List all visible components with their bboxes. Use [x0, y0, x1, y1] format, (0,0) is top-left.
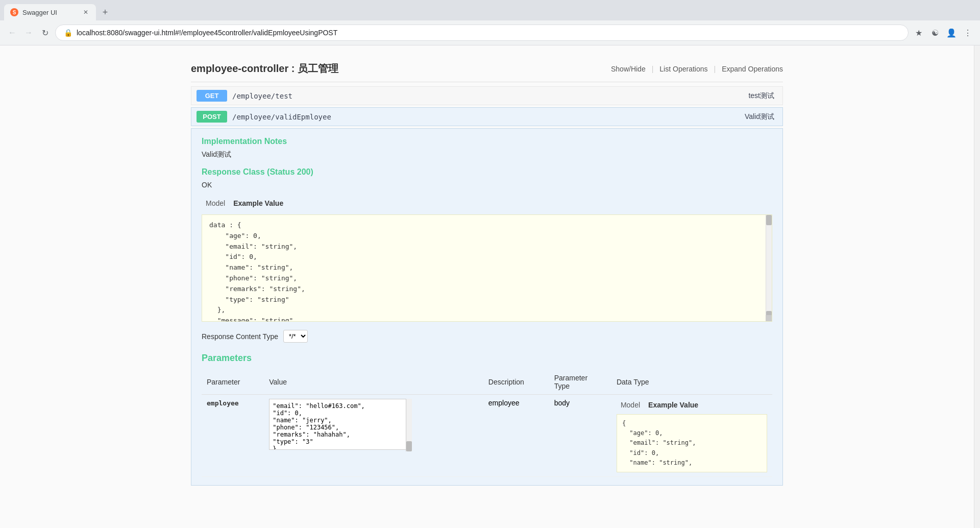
- col-data-type: Data Type: [611, 370, 772, 395]
- tab-bar: S Swagger UI ✕ +: [0, 0, 980, 20]
- bookmark-icon[interactable]: ★: [913, 27, 925, 39]
- url-bar[interactable]: 🔒 localhost:8080/swagger-ui.html#!/emplo…: [55, 25, 909, 41]
- address-bar: ← → ↻ 🔒 localhost:8080/swagger-ui.html#!…: [0, 20, 980, 45]
- expand-operations-link[interactable]: Expand Operations: [722, 65, 783, 73]
- post-endpoint-desc: Valid测试: [745, 112, 774, 122]
- main-content: employee-controller : 员工管理 Show/Hide | L…: [0, 45, 974, 528]
- example-value-text: data : { "age": 0, "email": "string", "i…: [209, 221, 305, 322]
- controller-actions: Show/Hide | List Operations | Expand Ope…: [611, 65, 783, 73]
- tab-title: Swagger UI: [22, 9, 57, 16]
- post-expanded-section: Implementation Notes Valid测试 Response Cl…: [191, 128, 783, 486]
- resize-handle[interactable]: [766, 315, 772, 321]
- divider-1: |: [652, 65, 654, 73]
- tab-favicon: S: [10, 8, 18, 16]
- browser-tab[interactable]: S Swagger UI ✕: [4, 4, 96, 20]
- param-datatype-cell: Model Example Value { "age": 0, "email":…: [611, 395, 772, 477]
- forward-button[interactable]: →: [22, 27, 35, 39]
- extensions-icon[interactable]: ☯: [929, 27, 941, 39]
- new-tab-button[interactable]: +: [98, 5, 112, 19]
- divider-2: |: [714, 65, 716, 73]
- controller-header: employee-controller : 员工管理 Show/Hide | L…: [191, 56, 783, 82]
- post-endpoint-path: /employee/validEpmloyee: [232, 113, 745, 121]
- parameters-table: Parameter Value Description ParameterTyp…: [202, 370, 772, 477]
- controller-name: employee-controller: [191, 63, 288, 74]
- browser-chrome: S Swagger UI ✕ + ← → ↻ 🔒 localhost:8080/…: [0, 0, 980, 45]
- param-value-cell: "email": "hello#163.com", "id": 0, "name…: [264, 395, 483, 477]
- example-value-code-block: data : { "age": 0, "email": "string", "i…: [202, 214, 772, 322]
- response-content-type-select[interactable]: */*: [283, 330, 308, 343]
- implementation-notes-title: Implementation Notes: [202, 137, 772, 146]
- textarea-scroll-thumb: [406, 441, 412, 451]
- get-method-badge: GET: [197, 90, 227, 102]
- col-value: Value: [264, 370, 483, 395]
- reload-button[interactable]: ↻: [39, 27, 51, 39]
- controller-title: employee-controller : 员工管理: [191, 62, 338, 76]
- textarea-scrollbar[interactable]: [406, 399, 412, 451]
- param-name-cell: employee: [202, 395, 264, 477]
- params-table-header-row: Parameter Value Description ParameterTyp…: [202, 370, 772, 395]
- param-value-textarea[interactable]: "email": "hello#163.com", "id": 0, "name…: [269, 399, 412, 450]
- response-class-text: OK: [202, 181, 772, 189]
- implementation-notes-text: Valid测试: [202, 150, 772, 159]
- back-button[interactable]: ←: [6, 27, 18, 39]
- page-content: employee-controller : 员工管理 Show/Hide | L…: [0, 45, 980, 528]
- datatype-model-tabs: Model Example Value: [617, 399, 767, 412]
- model-tabs: Model Example Value: [202, 197, 772, 210]
- tab-close-button[interactable]: ✕: [82, 8, 90, 16]
- scroll-thumb-top: [766, 215, 772, 225]
- model-tab[interactable]: Model: [202, 197, 229, 210]
- param-type-cell: body: [549, 395, 611, 477]
- swagger-container: employee-controller : 员工管理 Show/Hide | L…: [181, 56, 793, 486]
- col-description: Description: [483, 370, 549, 395]
- col-parameter-type: ParameterType: [549, 370, 611, 395]
- param-description: employee: [488, 399, 520, 407]
- controller-separator: :: [288, 63, 298, 74]
- example-value-pre: data : { "age": 0, "email": "string", "i…: [209, 220, 765, 322]
- post-endpoint-row[interactable]: POST /employee/validEpmloyee Valid测试: [191, 107, 783, 126]
- code-scrollbar[interactable]: [766, 215, 772, 321]
- parameters-title: Parameters: [202, 353, 772, 364]
- profile-icon[interactable]: 👤: [945, 27, 958, 39]
- response-class-title: Response Class (Status 200): [202, 167, 772, 177]
- get-endpoint-desc: test测试: [748, 91, 774, 101]
- col-parameter: Parameter: [202, 370, 264, 395]
- list-operations-link[interactable]: List Operations: [659, 65, 707, 73]
- post-method-badge: POST: [197, 111, 227, 123]
- table-row: employee "email": "hello#163.com", "id":…: [202, 395, 772, 477]
- lock-icon: 🔒: [64, 29, 72, 37]
- show-hide-link[interactable]: Show/Hide: [611, 65, 646, 73]
- get-endpoint-path: /employee/test: [232, 92, 748, 100]
- page-scrollbar[interactable]: [974, 45, 980, 528]
- example-value-tab[interactable]: Example Value: [229, 197, 287, 210]
- toolbar-icons: ★ ☯ 👤 ⋮: [913, 27, 974, 39]
- param-description-cell: employee: [483, 395, 549, 477]
- datatype-example-tab[interactable]: Example Value: [644, 399, 702, 412]
- url-text: localhost:8080/swagger-ui.html#!/employe…: [77, 29, 900, 37]
- datatype-pre: { "age": 0, "email": "string", "id": 0, …: [622, 419, 762, 468]
- get-endpoint-row[interactable]: GET /employee/test test测试: [191, 86, 783, 105]
- datatype-code-block: { "age": 0, "email": "string", "id": 0, …: [617, 414, 767, 472]
- response-content-type-row: Response Content Type */*: [202, 330, 772, 343]
- param-type: body: [554, 399, 570, 407]
- param-name: employee: [207, 399, 239, 407]
- datatype-model-tab[interactable]: Model: [617, 399, 644, 412]
- response-content-type-label: Response Content Type: [202, 332, 278, 341]
- controller-subtitle: 员工管理: [298, 63, 338, 74]
- menu-icon[interactable]: ⋮: [962, 27, 974, 39]
